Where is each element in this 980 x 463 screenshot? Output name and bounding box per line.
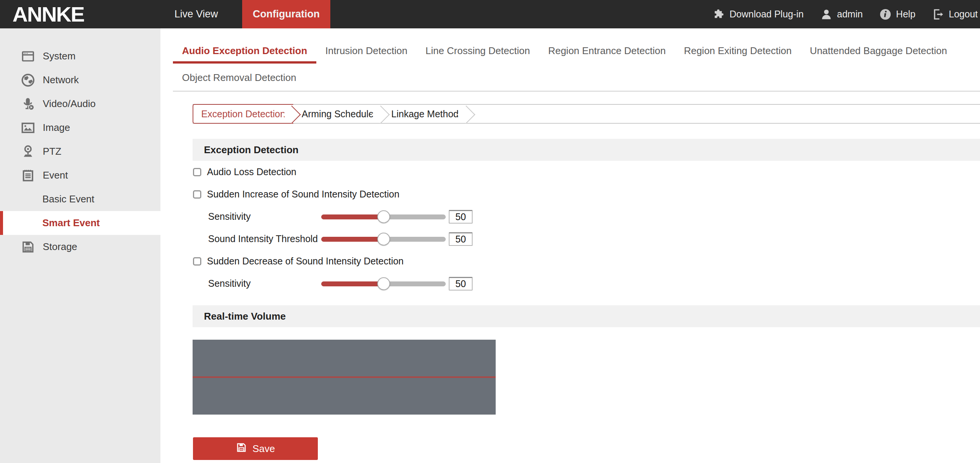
sidebar-item-video-audio[interactable]: Video/Audio — [0, 92, 161, 116]
subtab-label: Arming Schedule — [302, 108, 374, 119]
sound-intensity-threshold-row: Sound Intensity Threshold — [192, 228, 980, 250]
audio-loss-label: Audio Loss Detection — [207, 166, 296, 177]
slider-thumb[interactable] — [377, 210, 390, 223]
realtime-volume-chart — [192, 340, 496, 415]
subtab-label: Exception Detection — [201, 108, 285, 119]
slider-fill — [321, 215, 384, 220]
increase-sensitivity-slider[interactable] — [321, 210, 446, 223]
slider-fill — [321, 237, 384, 242]
sidebar-item-event[interactable]: Event — [0, 164, 161, 187]
section-header-realtime-volume: Real-time Volume — [192, 305, 980, 327]
detection-tabs: Audio Exception Detection Intrusion Dete… — [173, 29, 980, 84]
subtab-arming-schedule[interactable]: Arming Schedule — [293, 104, 382, 124]
sudden-decrease-checkbox[interactable] — [193, 257, 201, 266]
sidebar-item-label: Storage — [43, 241, 77, 253]
logout-label: Logout — [949, 9, 978, 20]
slider-fill — [321, 282, 384, 286]
globe-icon — [21, 73, 35, 88]
save-icon — [236, 442, 247, 456]
tab-unattended-baggage-detection[interactable]: Unattended Baggage Detection — [801, 45, 956, 57]
subtab-bar: Exception Detection Arming Schedule Link… — [192, 104, 980, 124]
sidebar-item-image[interactable]: Image — [0, 116, 161, 140]
ptz-icon — [21, 145, 35, 159]
sudden-decrease-label: Sudden Decrease of Sound Intensity Detec… — [207, 256, 404, 267]
sidebar-item-label: Basic Event — [42, 193, 94, 205]
sidebar-item-ptz[interactable]: PTZ — [0, 140, 161, 164]
sound-intensity-threshold-slider[interactable] — [321, 232, 446, 245]
save-label: Save — [252, 443, 275, 455]
download-plugin-button[interactable]: Download Plug-in — [713, 8, 804, 21]
tab-audio-exception-detection[interactable]: Audio Exception Detection — [173, 45, 316, 64]
storage-icon — [21, 240, 35, 254]
info-icon — [879, 8, 891, 21]
slider-thumb[interactable] — [377, 277, 390, 290]
tab-intrusion-detection[interactable]: Intrusion Detection — [316, 45, 417, 57]
logout-button[interactable]: Logout — [932, 8, 978, 21]
decrease-sensitivity-value-input[interactable] — [449, 277, 473, 291]
sidebar-item-label: System — [43, 50, 76, 62]
sidebar-item-label: PTZ — [43, 146, 61, 158]
admin-label: admin — [837, 9, 863, 20]
main-layout: System Network Video/Audio Image PTZ Eve… — [0, 29, 980, 463]
subtab-label: Linkage Method — [391, 108, 458, 119]
help-button[interactable]: Help — [879, 8, 915, 21]
section-header-exception-detection: Exception Detection — [192, 139, 980, 161]
chevron-right-icon — [457, 105, 475, 124]
audio-loss-row: Audio Loss Detection — [192, 161, 980, 183]
sound-intensity-threshold-label: Sound Intensity Threshold — [192, 233, 321, 244]
audio-loss-checkbox[interactable] — [193, 168, 201, 176]
sidebar-item-label: Network — [43, 74, 79, 86]
logout-icon — [932, 8, 945, 21]
sidebar-item-storage[interactable]: Storage — [0, 235, 161, 259]
sidebar-item-network[interactable]: Network — [0, 68, 161, 92]
topbar: ANNKE Live View Configuration Download P… — [0, 0, 980, 29]
sudden-increase-row: Sudden Increase of Sound Intensity Detec… — [192, 183, 980, 205]
tab-region-entrance-detection[interactable]: Region Entrance Detection — [539, 45, 675, 57]
sidebar-item-label: Image — [43, 122, 70, 134]
window-icon — [21, 49, 35, 64]
admin-user-button[interactable]: admin — [820, 8, 863, 21]
event-icon — [21, 168, 35, 183]
sound-intensity-threshold-value-input[interactable] — [449, 232, 473, 246]
annke-logo: ANNKE — [13, 0, 100, 29]
sidebar: System Network Video/Audio Image PTZ Eve… — [0, 29, 161, 463]
increase-sensitivity-row: Sensitivity — [192, 205, 980, 228]
download-plugin-label: Download Plug-in — [730, 9, 804, 20]
decrease-sensitivity-slider[interactable] — [321, 277, 446, 290]
topbar-utilities: Download Plug-in admin Help Logout — [713, 8, 980, 21]
increase-sensitivity-value-input[interactable] — [449, 210, 473, 224]
sensitivity-label: Sensitivity — [192, 211, 321, 222]
sidebar-item-system[interactable]: System — [0, 44, 161, 68]
sudden-increase-label: Sudden Increase of Sound Intensity Detec… — [207, 189, 399, 200]
sensitivity-label: Sensitivity — [192, 278, 321, 289]
nav-live-view[interactable]: Live View — [175, 0, 218, 29]
tab-line-crossing-detection[interactable]: Line Crossing Detection — [417, 45, 539, 57]
sidebar-item-label: Video/Audio — [43, 98, 96, 110]
sidebar-item-smart-event[interactable]: Smart Event — [0, 211, 161, 235]
sidebar-item-label: Event — [43, 169, 68, 181]
subtab-exception-detection[interactable]: Exception Detection — [192, 104, 293, 124]
volume-threshold-line — [192, 376, 496, 378]
tab-divider — [173, 91, 980, 92]
help-label: Help — [896, 9, 915, 20]
nav-configuration[interactable]: Configuration — [242, 0, 330, 29]
user-icon — [820, 8, 832, 21]
sudden-increase-checkbox[interactable] — [193, 190, 201, 199]
tab-region-exiting-detection[interactable]: Region Exiting Detection — [675, 45, 801, 57]
puzzle-icon — [713, 8, 725, 21]
sidebar-item-label: Smart Event — [42, 217, 100, 229]
sidebar-item-basic-event[interactable]: Basic Event — [0, 187, 161, 211]
save-button[interactable]: Save — [193, 437, 318, 460]
image-icon — [21, 121, 35, 135]
tab-object-removal-detection[interactable]: Object Removal Detection — [173, 72, 305, 84]
decrease-sensitivity-row: Sensitivity — [192, 272, 980, 295]
content-area: Audio Exception Detection Intrusion Dete… — [161, 29, 980, 463]
mic-icon — [21, 97, 35, 111]
sudden-decrease-row: Sudden Decrease of Sound Intensity Detec… — [192, 250, 980, 272]
slider-thumb[interactable] — [377, 232, 390, 245]
subtab-linkage-method[interactable]: Linkage Method — [382, 104, 468, 124]
